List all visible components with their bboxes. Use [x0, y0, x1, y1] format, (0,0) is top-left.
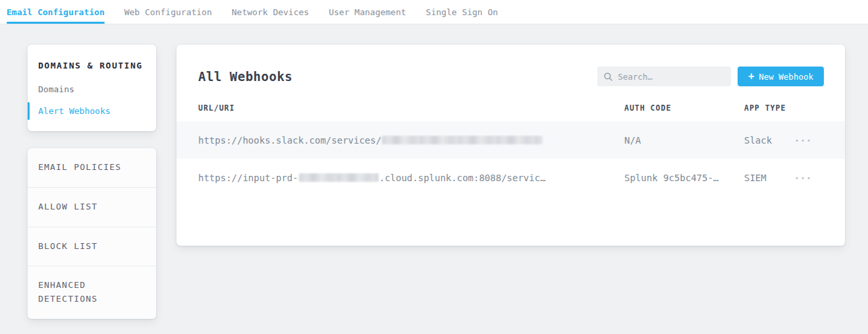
tab-web-configuration[interactable]: Web Configuration	[124, 0, 212, 24]
top-navigation: Email Configuration Web Configuration Ne…	[0, 0, 868, 24]
sidebar-item-label: Alert Webhooks	[38, 106, 111, 116]
search-icon	[604, 72, 612, 81]
table-row[interactable]: https://hooks.slack.com/services/ N/A Sl…	[176, 121, 845, 159]
auth-code-cell: Splunk 9c5bc475-…	[624, 173, 744, 183]
app-type-cell: SIEM	[744, 173, 795, 183]
active-indicator-bar	[28, 102, 30, 120]
domains-routing-card: DOMAINS & ROUTING Domains Alert Webhooks	[28, 45, 156, 131]
sidebar-item-email-policies[interactable]: EMAIL POLICIES	[28, 148, 156, 187]
plus-icon: +	[748, 72, 754, 82]
column-header-auth-code: AUTH CODE	[624, 103, 744, 113]
sidebar: DOMAINS & ROUTING Domains Alert Webhooks…	[28, 45, 156, 319]
tab-network-devices[interactable]: Network Devices	[232, 0, 309, 24]
webhook-url-cell: https://input-prd- .cloud.splunk.com:808…	[198, 173, 624, 183]
tab-email-configuration[interactable]: Email Configuration	[7, 0, 105, 24]
column-header-app-type: APP TYPE	[744, 103, 795, 113]
row-actions-menu-icon[interactable]: •••	[795, 136, 824, 144]
domains-routing-heading: DOMAINS & ROUTING	[28, 51, 156, 78]
row-actions-menu-icon[interactable]: •••	[795, 173, 824, 182]
redacted-blur	[382, 136, 543, 144]
new-webhook-button-label: New Webhook	[759, 72, 813, 82]
sidebar-item-domains[interactable]: Domains	[28, 78, 156, 100]
tab-single-sign-on[interactable]: Single Sign On	[426, 0, 499, 24]
table-row[interactable]: https://input-prd- .cloud.splunk.com:808…	[176, 159, 845, 196]
sidebar-item-block-list[interactable]: BLOCK LIST	[28, 227, 156, 266]
table-header-row: URL/URI AUTH CODE APP TYPE	[176, 103, 845, 121]
page-title: All Webhooks	[198, 69, 292, 84]
panel-header: All Webhooks + New Webhook	[176, 45, 845, 103]
sidebar-item-allow-list[interactable]: ALLOW LIST	[28, 187, 156, 227]
page-body: DOMAINS & ROUTING Domains Alert Webhooks…	[0, 24, 868, 319]
redacted-blur	[299, 173, 379, 182]
new-webhook-button[interactable]: + New Webhook	[738, 67, 824, 86]
sidebar-sections-card: EMAIL POLICIES ALLOW LIST BLOCK LIST ENH…	[28, 148, 156, 319]
webhook-url-suffix: .cloud.splunk.com:8088/servic…	[379, 173, 546, 183]
app-type-cell: Slack	[744, 135, 795, 146]
auth-code-cell: N/A	[624, 135, 744, 146]
sidebar-item-enhanced-detections[interactable]: ENHANCED DETECTIONS	[28, 265, 156, 319]
webhook-url-cell: https://hooks.slack.com/services/	[198, 135, 624, 146]
webhook-url-text: https://hooks.slack.com/services/	[198, 135, 381, 146]
tab-user-management[interactable]: User Management	[329, 0, 406, 24]
column-header-url: URL/URI	[198, 103, 624, 113]
search-box[interactable]	[597, 67, 731, 86]
search-input[interactable]	[618, 72, 724, 82]
all-webhooks-panel: All Webhooks + New Webhook URL/URI AUTH …	[176, 45, 845, 246]
panel-controls: + New Webhook	[597, 67, 824, 86]
webhook-url-text: https://input-prd-	[198, 173, 298, 183]
sidebar-item-alert-webhooks[interactable]: Alert Webhooks	[28, 100, 156, 122]
